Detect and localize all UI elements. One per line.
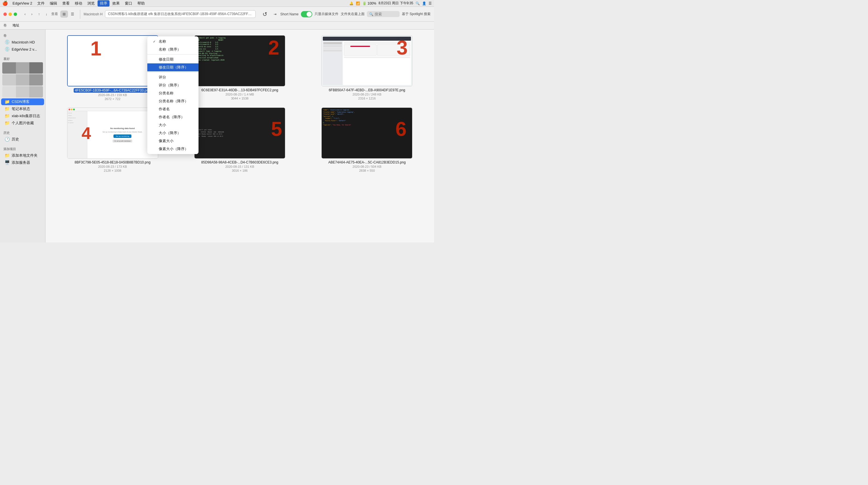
sidebar-label-notebook: 笔记本状态: [12, 106, 30, 111]
sort-category[interactable]: 分类名称: [147, 89, 198, 97]
sidebar-item-notebook[interactable]: 📁 笔记本状态: [1, 105, 44, 112]
sidebar-item-history[interactable]: 🕐 历史: [1, 136, 44, 143]
menu-browse[interactable]: 浏览: [85, 0, 97, 6]
file-thumb-1: 1: [67, 35, 158, 87]
file-thumb-3: 3: [321, 35, 412, 87]
file-item-6[interactable]: "name": "elasticsearch-logging", "cluste…: [307, 107, 427, 172]
sidebar-item-macintosh-hd[interactable]: 💿 Macintosh HD: [1, 39, 44, 45]
reload-button[interactable]: ↺: [260, 9, 270, 19]
terminal-text: $ kubectl get pods -n logging NAME READY…: [194, 36, 285, 86]
sidebar-label-photos: 个人图片收藏: [12, 121, 34, 126]
chevron-left-icon: ‹: [25, 12, 26, 16]
file-dims-2: 3044 × 1538: [231, 97, 248, 100]
sort-author-desc-label: 作者名（降序）: [159, 115, 185, 120]
file-name-2: 6C6E0E97-E31A-46DB-...13-6DB497FCFEC2.pn…: [202, 88, 278, 92]
menu-icon[interactable]: ☰: [429, 1, 432, 5]
menu-edit[interactable]: 编辑: [48, 0, 59, 6]
sort-pixel-desc-label: 像素大小（降序）: [159, 147, 188, 152]
file-name-4: 8BF3C798-5E05-4518-8E18-0A50B8B7BD10.png: [74, 160, 150, 164]
file-meta-3: 2020-08-23 / 248 KB: [353, 93, 382, 96]
menu-window[interactable]: 窗口: [123, 0, 134, 6]
sidebar-label-macintosh: Macintosh HD: [12, 40, 35, 44]
favorite-thumb-3: [2, 86, 43, 98]
sort-pixel[interactable]: 像素大小: [147, 137, 198, 145]
menu-file[interactable]: 文件: [35, 0, 47, 6]
sort-size-desc-label: 大小（降序）: [159, 130, 181, 136]
menu-move[interactable]: 移动: [72, 0, 85, 6]
search-box[interactable]: 🔍: [367, 11, 400, 17]
sort-name-desc[interactable]: 名称（降序）: [147, 45, 198, 54]
user-icon[interactable]: 👤: [422, 1, 426, 5]
minimize-button[interactable]: [8, 12, 12, 16]
arrow-expand-button[interactable]: ⇥: [272, 11, 278, 17]
search-input[interactable]: [375, 12, 397, 16]
notification-icon[interactable]: 🔔: [349, 1, 353, 5]
menubar: 🍎 EdgeView 2 文件 编辑 查看 移动 浏览 排序 效果 窗口 帮助 …: [0, 0, 434, 7]
sort-rating-desc[interactable]: 评分（降序）: [147, 81, 198, 89]
sort-author-desc[interactable]: 作者名（降序）: [147, 113, 198, 121]
subtoolbar-address[interactable]: 地址: [12, 23, 19, 28]
sort-separator-2: [147, 72, 198, 72]
chevron-right-icon: ›: [31, 12, 32, 16]
sidebar-item-add-folder[interactable]: 📁 添加本地文件夹: [1, 152, 44, 159]
sort-date-desc-label: 修改日期（降序）: [159, 65, 188, 70]
grid-view-button[interactable]: ⊞: [60, 10, 68, 18]
sort-dropdown-menu: ✓ 名称 名称（降序） 修改日期 修改日期（降序） 评分: [147, 36, 198, 154]
sort-size-desc[interactable]: 大小（降序）: [147, 129, 198, 137]
sidebar-item-xlab[interactable]: 📁 xlab-k8s集群日志: [1, 112, 44, 120]
menu-edgeview[interactable]: EdgeView 2: [10, 1, 34, 6]
sort-date-desc[interactable]: 修改日期（降序）: [147, 63, 198, 71]
file-meta-6: 2020-08-23 / 504 KB: [353, 165, 382, 168]
file-meta-1: 2020-08-23 / 159 KB: [98, 93, 127, 97]
sidebar-item-csdn[interactable]: 📁 CSDN博客: [1, 98, 44, 105]
up-button[interactable]: ↑: [36, 11, 41, 17]
spotlight-icon[interactable]: 🔍: [415, 1, 420, 5]
menu-sort[interactable]: 排序: [98, 0, 110, 6]
sidebar-history-title: 历史: [0, 129, 45, 136]
sort-date[interactable]: 修改日期: [147, 56, 198, 63]
short-name-button[interactable]: Short Name: [280, 12, 299, 16]
datetime: 8月23日 周日 下午9:35: [378, 1, 413, 6]
sidebar-projects-title: 添加项目: [0, 145, 45, 152]
file-thumb-inner-3: [322, 36, 412, 86]
file-name-1: 4FE5CB0F-1B39-459F-...6A-C739AC22FF33.pn…: [74, 88, 151, 93]
sort-author-label: 作者名: [159, 107, 170, 112]
file-item-3[interactable]: 3 6FBB50A7-647F-4EBD-...EB-A9004DF1E97E.…: [307, 35, 427, 101]
sort-rating[interactable]: 评分: [147, 73, 198, 81]
sidebar-item-photos[interactable]: 📁 个人图片收藏: [1, 120, 44, 127]
file-thumb-inner-5: $ kubectl get nodes NAME STATUS ROLES AG…: [194, 108, 285, 158]
media-only-toggle[interactable]: [301, 11, 312, 17]
folder-icon-csdn: 📁: [5, 99, 10, 104]
sort-category-desc[interactable]: 分类名称（降序）: [147, 97, 198, 105]
server-icon: 🖥️: [5, 160, 10, 165]
sort-name-desc-label: 名称（降序）: [159, 47, 181, 52]
sidebar: 卷 💿 Macintosh HD 💿 EdgeView 2 v... 喜好: [0, 30, 45, 243]
folder-icon-notebook: 📁: [5, 106, 10, 111]
toolbar-separator: [80, 10, 80, 19]
sort-pixel-label: 像素大小: [159, 138, 174, 143]
sidebar-item-add-server[interactable]: 🖥️ 添加服务器: [1, 159, 44, 166]
sort-size-label: 大小: [159, 123, 166, 128]
subtoolbar-vol[interactable]: 卷: [3, 23, 7, 28]
sort-name[interactable]: ✓ 名称: [147, 37, 198, 45]
sort-size[interactable]: 大小: [147, 121, 198, 129]
list-view-button[interactable]: ☰: [68, 10, 76, 18]
menu-effects[interactable]: 效果: [110, 0, 122, 6]
path-bar: CSDN博客/1-k8s集群搭建 efk 集群日志收集系统/4FE5CB0F-1…: [105, 10, 256, 18]
apple-menu[interactable]: 🍎: [2, 1, 8, 6]
favorite-thumb-2: [2, 74, 43, 86]
favorite-thumb-1: [2, 62, 43, 74]
sort-author[interactable]: 作者名: [147, 105, 198, 113]
menu-help[interactable]: 帮助: [135, 0, 147, 6]
down-button[interactable]: ↓: [44, 11, 49, 17]
folder-label: 文件夹在最上面: [341, 12, 365, 17]
sidebar-item-edgeview[interactable]: 💿 EdgeView 2 v...: [1, 46, 44, 53]
sort-pixel-desc[interactable]: 像素大小（降序）: [147, 145, 198, 153]
back-button[interactable]: ‹: [23, 11, 27, 17]
menu-view[interactable]: 查看: [60, 0, 72, 6]
maximize-button[interactable]: [14, 12, 17, 16]
content-area: ✓ 名称 名称（降序） 修改日期 修改日期（降序） 评分: [45, 30, 434, 243]
close-button[interactable]: [3, 12, 7, 16]
sort-category-desc-label: 分类名称（降序）: [159, 99, 188, 104]
forward-button[interactable]: ›: [30, 11, 34, 17]
